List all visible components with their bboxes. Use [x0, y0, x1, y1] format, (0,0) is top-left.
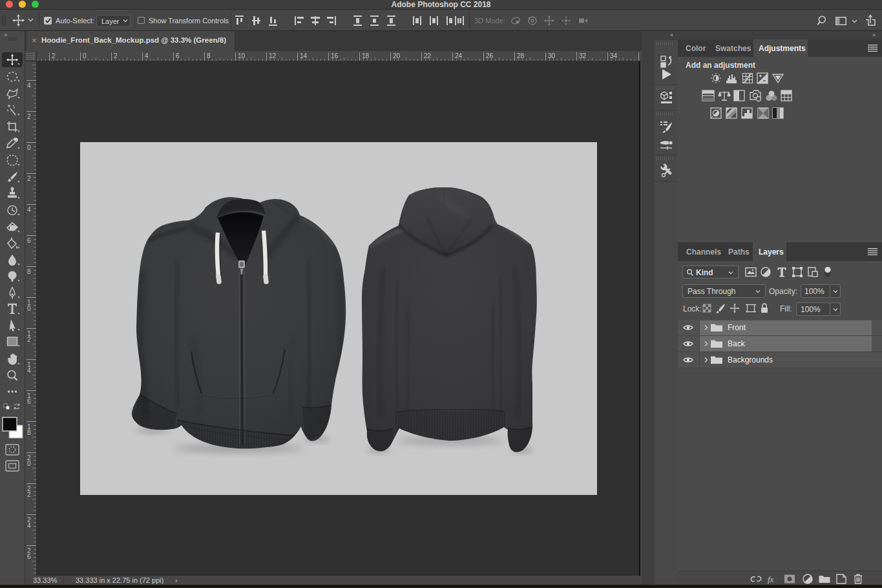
svg-text:2: 2 [27, 113, 31, 120]
svg-text:2: 2 [27, 175, 31, 182]
svg-text:4: 4 [145, 52, 149, 59]
svg-text:Back: Back [728, 339, 746, 348]
svg-text:22: 22 [424, 52, 432, 59]
svg-text:Backgrounds: Backgrounds [728, 355, 773, 364]
svg-text:8: 8 [207, 52, 211, 59]
svg-text:0: 0 [27, 305, 31, 312]
svg-text:Front: Front [728, 323, 746, 332]
svg-text:8: 8 [27, 429, 31, 436]
svg-text:2: 2 [114, 52, 118, 59]
svg-text:4: 4 [27, 206, 31, 213]
svg-text:0: 0 [27, 460, 31, 467]
svg-text:4: 4 [27, 82, 31, 89]
svg-text:28: 28 [517, 52, 525, 59]
svg-text:6: 6 [176, 52, 180, 59]
svg-text:24: 24 [455, 52, 463, 59]
svg-text:20: 20 [393, 52, 401, 59]
svg-text:16: 16 [331, 52, 339, 59]
svg-text:4: 4 [27, 522, 31, 529]
svg-text:6: 6 [27, 237, 31, 244]
svg-text:2: 2 [27, 491, 31, 498]
svg-text:2: 2 [52, 52, 56, 59]
svg-text:6: 6 [27, 553, 31, 560]
svg-text:26: 26 [486, 52, 494, 59]
svg-text:fx: fx [768, 574, 774, 584]
svg-text:6: 6 [27, 398, 31, 405]
svg-text:14: 14 [300, 52, 308, 59]
svg-text:8: 8 [27, 268, 31, 275]
svg-text:30: 30 [548, 52, 556, 59]
svg-text:10: 10 [238, 52, 246, 59]
svg-text:18: 18 [362, 52, 370, 59]
svg-text:12: 12 [269, 52, 277, 59]
svg-text:34: 34 [610, 52, 618, 59]
svg-text:32: 32 [579, 52, 587, 59]
svg-text:0: 0 [83, 52, 87, 59]
svg-text:0: 0 [27, 144, 31, 151]
svg-text:2: 2 [27, 336, 31, 343]
svg-text:4: 4 [27, 367, 31, 374]
